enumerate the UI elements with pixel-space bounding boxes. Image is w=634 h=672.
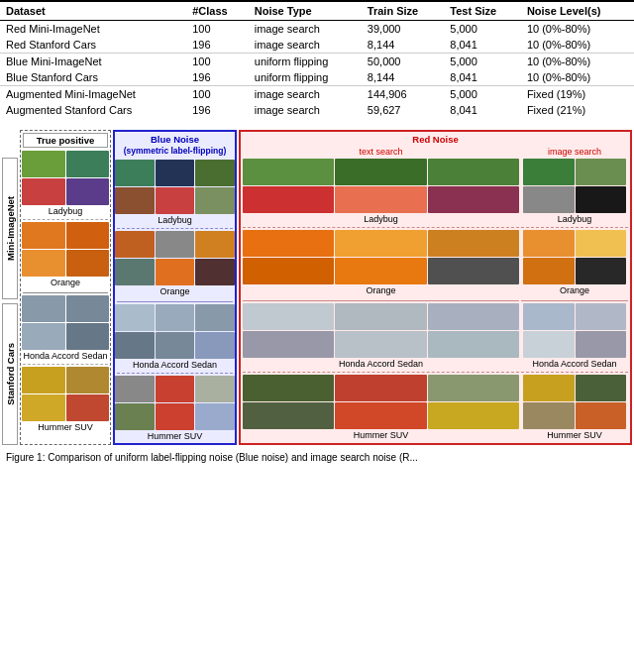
image-cell [156,403,195,430]
text-search-header: text search [243,147,519,157]
image-cell [335,159,426,185]
image-cell [66,367,110,393]
image-cell [22,367,65,393]
figure-main: True positive Ladybug [20,130,632,445]
image-cell [195,259,235,285]
col-noise-level: Noise Level(s) [521,1,634,21]
image-cell [195,403,235,430]
image-cell [243,402,334,429]
image-cell [195,160,235,186]
image-cell [115,304,155,331]
honda-true: Honda Accord Sedan [23,295,108,361]
species-label: Honda Accord Sedan [133,360,217,370]
image-cell [66,323,110,350]
image-cell [523,159,575,185]
image-cell [22,323,65,350]
mini-ladybug-true: Ladybug [23,151,108,216]
species-label: Hummer SUV [354,430,409,440]
species-label: Orange [159,286,189,296]
col-header-blue: Blue Noise (symmetric label-flipping) [117,134,233,157]
col-blue-noise: Blue Noise (symmetric label-flipping) La… [113,130,237,445]
dataset-table: Dataset #Class Noise Type Train Size Tes… [0,0,634,118]
image-cell [115,259,155,285]
honda-text: Honda Accord Sedan [243,303,519,369]
image-cell [66,151,110,177]
image-cell [335,230,426,257]
caption-text: Figure 1: Comparison of uniform label-fl… [6,452,418,463]
image-cell [576,375,627,401]
image-cell [523,303,575,330]
image-cell [523,402,575,429]
mini-ladybug-imgsearch: Ladybug [521,159,628,224]
species-label: Orange [560,285,589,295]
image-cell [428,230,519,257]
mini-ladybug-text: Ladybug [243,159,519,224]
image-cell [428,375,519,401]
image-cell [428,331,519,358]
image-cell [156,304,195,331]
image-cell [428,159,519,185]
col-red-noise-wrapper: Red Noise text search [239,130,632,445]
species-label: Orange [51,278,80,287]
col-class: #Class [186,1,249,21]
image-cell [115,231,155,258]
image-cell [66,250,110,277]
image-cell [22,222,65,249]
image-cell [523,375,575,401]
image-cell [195,187,235,214]
image-cell [428,303,519,330]
image-cell [576,331,627,358]
image-cell [523,186,575,213]
image-cell [22,151,65,177]
image-cell [523,258,575,284]
species-label: Honda Accord Sedan [339,359,423,369]
image-cell [66,295,110,322]
image-cell [428,402,519,429]
image-cell [156,376,195,402]
blue-noise-label: Blue [151,134,171,145]
species-label: Hummer SUV [38,422,93,432]
col-header-true: True positive [23,133,108,148]
image-cell [115,403,155,430]
image-cell [243,159,334,185]
species-label: Hummer SUV [547,430,602,440]
image-cell [156,187,195,214]
image-cell [66,222,110,249]
table-row: Blue Mini-ImageNet 100 uniform flipping … [0,54,634,70]
species-label: Orange [366,285,395,295]
row-label-column: Mini-ImageNet Stanford Cars [2,158,18,445]
table-row: Red Mini-ImageNet 100 image search 39,00… [0,21,634,38]
image-cell [195,332,235,359]
table-row: Red Stanford Cars 196 image search 8,144… [0,37,634,54]
image-cell [523,331,575,358]
species-label: Ladybug [558,214,592,224]
table-row: Blue Stanford Cars 196 uniform flipping … [0,69,634,86]
image-cell [156,160,195,186]
image-cell [22,250,65,277]
image-search-header: image search [521,147,628,157]
image-cell [195,231,235,258]
image-cell [115,160,155,186]
mini-ladybug-blue: Ladybug [117,160,233,225]
table-row: Augmented Stanford Cars 196 image search… [0,102,634,118]
image-cell [156,259,195,285]
image-cell [243,186,334,213]
image-cell [335,303,426,330]
blue-noise-sublabel: (symmetric label-flipping) [124,146,226,156]
col-noise-type: Noise Type [249,1,362,21]
col-true-positive: True positive Ladybug [20,130,111,445]
image-cell [428,186,519,213]
image-cell [22,178,65,205]
figure: Mini-ImageNet Stanford Cars True positiv… [0,128,634,447]
image-cell [243,303,334,330]
image-cell [243,258,334,284]
figure-caption: Figure 1: Comparison of uniform label-fl… [0,447,634,469]
red-noise-header: Red Noise [243,134,628,145]
image-cell [243,331,334,358]
col-text-search: text search Ladybug [243,147,519,441]
image-cell [115,187,155,214]
image-cell [523,230,575,257]
col-image-search: image search Ladybug [521,147,628,441]
image-cell [428,258,519,284]
mini-orange-blue: Orange [117,228,233,296]
